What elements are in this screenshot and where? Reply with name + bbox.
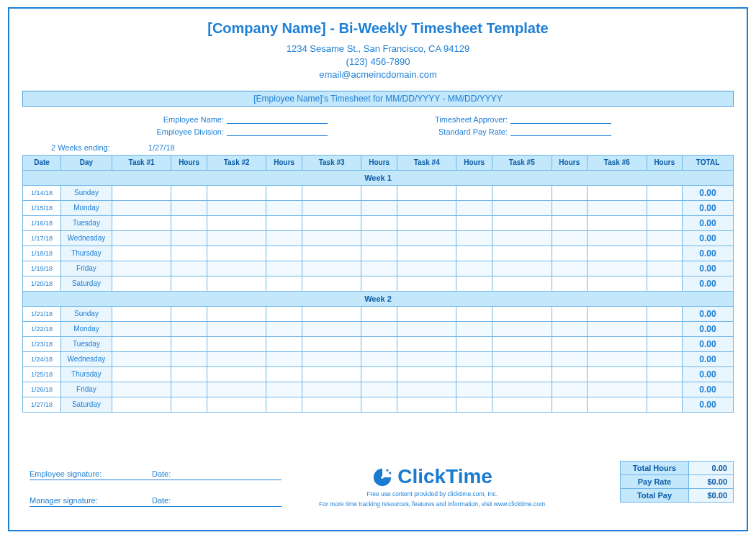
cell-task[interactable] [397, 261, 456, 276]
emp-div-field[interactable] [227, 126, 328, 136]
cell-hours[interactable] [361, 230, 397, 246]
cell-task[interactable] [588, 306, 647, 321]
cell-task[interactable] [207, 261, 266, 276]
cell-task[interactable] [302, 246, 361, 261]
cell-hours[interactable] [552, 306, 588, 321]
cell-hours[interactable] [361, 246, 397, 261]
cell-hours[interactable] [456, 276, 492, 291]
cell-task[interactable] [302, 366, 361, 382]
cell-hours[interactable] [266, 215, 302, 230]
cell-hours[interactable] [647, 321, 683, 336]
cell-hours[interactable] [647, 261, 683, 276]
cell-hours[interactable] [171, 366, 207, 382]
cell-task[interactable] [588, 215, 647, 230]
cell-task[interactable] [397, 366, 456, 382]
cell-hours[interactable] [266, 351, 302, 366]
cell-task[interactable] [207, 276, 266, 291]
cell-task[interactable] [207, 246, 266, 261]
cell-hours[interactable] [552, 230, 588, 246]
cell-hours[interactable] [266, 336, 302, 351]
cell-task[interactable] [492, 397, 552, 412]
cell-hours[interactable] [171, 397, 207, 412]
cell-hours[interactable] [171, 306, 207, 321]
cell-hours[interactable] [647, 200, 683, 215]
cell-hours[interactable] [171, 246, 207, 261]
cell-task[interactable] [207, 336, 266, 351]
cell-task[interactable] [207, 382, 266, 397]
cell-task[interactable] [302, 215, 361, 230]
cell-hours[interactable] [552, 246, 588, 261]
cell-hours[interactable] [171, 382, 207, 397]
cell-task[interactable] [397, 215, 456, 230]
cell-task[interactable] [588, 200, 647, 215]
cell-task[interactable] [397, 321, 456, 336]
cell-task[interactable] [112, 230, 171, 246]
cell-hours[interactable] [361, 366, 397, 382]
cell-hours[interactable] [647, 397, 683, 412]
cell-hours[interactable] [552, 336, 588, 351]
cell-task[interactable] [302, 351, 361, 366]
cell-task[interactable] [302, 336, 361, 351]
cell-task[interactable] [397, 397, 456, 412]
cell-hours[interactable] [456, 397, 492, 412]
mgr-sig-line[interactable] [30, 506, 282, 507]
cell-task[interactable] [302, 382, 361, 397]
cell-hours[interactable] [171, 200, 207, 215]
cell-hours[interactable] [647, 276, 683, 291]
cell-task[interactable] [207, 306, 266, 321]
cell-hours[interactable] [647, 306, 683, 321]
cell-task[interactable] [302, 185, 361, 200]
cell-hours[interactable] [266, 276, 302, 291]
cell-task[interactable] [207, 321, 266, 336]
cell-task[interactable] [207, 215, 266, 230]
cell-task[interactable] [302, 321, 361, 336]
cell-hours[interactable] [266, 397, 302, 412]
cell-task[interactable] [492, 351, 552, 366]
cell-task[interactable] [397, 382, 456, 397]
cell-task[interactable] [588, 276, 647, 291]
cell-task[interactable] [112, 246, 171, 261]
cell-task[interactable] [492, 336, 552, 351]
cell-hours[interactable] [171, 230, 207, 246]
cell-task[interactable] [207, 366, 266, 382]
cell-hours[interactable] [171, 215, 207, 230]
cell-task[interactable] [302, 306, 361, 321]
cell-task[interactable] [492, 366, 552, 382]
cell-hours[interactable] [456, 246, 492, 261]
cell-task[interactable] [112, 366, 171, 382]
cell-task[interactable] [302, 397, 361, 412]
cell-hours[interactable] [456, 336, 492, 351]
cell-hours[interactable] [171, 185, 207, 200]
cell-hours[interactable] [552, 366, 588, 382]
cell-hours[interactable] [266, 185, 302, 200]
cell-task[interactable] [588, 185, 647, 200]
cell-task[interactable] [588, 321, 647, 336]
cell-hours[interactable] [266, 230, 302, 246]
cell-hours[interactable] [456, 185, 492, 200]
cell-hours[interactable] [456, 366, 492, 382]
cell-hours[interactable] [361, 321, 397, 336]
cell-hours[interactable] [647, 246, 683, 261]
cell-hours[interactable] [361, 215, 397, 230]
cell-task[interactable] [492, 230, 552, 246]
cell-task[interactable] [397, 200, 456, 215]
cell-hours[interactable] [552, 351, 588, 366]
cell-task[interactable] [302, 200, 361, 215]
cell-task[interactable] [112, 276, 171, 291]
cell-task[interactable] [492, 200, 552, 215]
cell-hours[interactable] [456, 382, 492, 397]
cell-hours[interactable] [647, 366, 683, 382]
cell-hours[interactable] [552, 200, 588, 215]
cell-hours[interactable] [552, 321, 588, 336]
cell-task[interactable] [492, 261, 552, 276]
cell-hours[interactable] [456, 261, 492, 276]
cell-task[interactable] [397, 246, 456, 261]
cell-hours[interactable] [361, 261, 397, 276]
cell-task[interactable] [302, 261, 361, 276]
cell-hours[interactable] [647, 336, 683, 351]
cell-hours[interactable] [552, 215, 588, 230]
cell-task[interactable] [588, 366, 647, 382]
cell-hours[interactable] [361, 351, 397, 366]
cell-task[interactable] [112, 336, 171, 351]
cell-hours[interactable] [456, 200, 492, 215]
